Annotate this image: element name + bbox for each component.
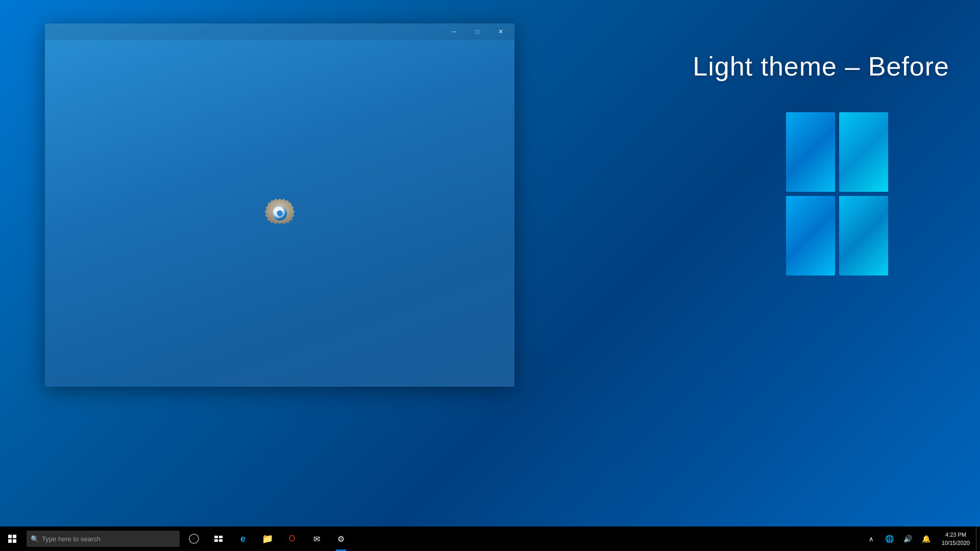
start-button[interactable] <box>0 527 24 551</box>
task-view-icon <box>214 536 223 542</box>
settings-taskbar-icon: ⚙ <box>337 534 345 544</box>
settings-window: ─ □ ✕ <box>45 23 514 387</box>
clock-date: 10/15/2020 <box>942 539 970 547</box>
show-desktop-button[interactable] <box>976 527 980 551</box>
edge-button[interactable]: e <box>231 527 255 551</box>
office-icon: O <box>289 534 295 543</box>
network-icon: 🌐 <box>885 535 894 543</box>
svg-point-2 <box>278 211 281 215</box>
volume-icon-button[interactable]: 🔊 <box>899 527 917 551</box>
windows-start-icon <box>8 535 16 543</box>
taskbar: 🔍 Type here to search ○ <box>0 527 980 551</box>
office-button[interactable]: O <box>280 527 304 551</box>
chevron-up-icon: ∧ <box>869 535 874 543</box>
restore-button[interactable]: □ <box>465 23 489 40</box>
minimize-button[interactable]: ─ <box>442 23 465 40</box>
volume-icon: 🔊 <box>903 535 912 543</box>
show-hidden-icons-button[interactable]: ∧ <box>862 527 880 551</box>
settings-gear-icon <box>261 195 298 232</box>
cortana-button[interactable]: ○ <box>182 527 206 551</box>
win-tile-3 <box>786 196 835 276</box>
close-button[interactable]: ✕ <box>489 23 512 40</box>
search-bar[interactable]: 🔍 Type here to search <box>27 531 180 547</box>
win-tile-1 <box>786 112 835 192</box>
win-tile-4 <box>839 196 888 276</box>
system-tray: ∧ 🌐 🔊 🔔 4:23 PM 10/15/2020 <box>862 527 980 551</box>
mail-icon: ✉ <box>313 534 320 544</box>
settings-taskbar-button[interactable]: ⚙ <box>329 527 353 551</box>
folder-icon: 📁 <box>262 533 273 544</box>
search-placeholder-text: Type here to search <box>42 535 101 543</box>
gear-container <box>261 195 298 232</box>
title-bar: ─ □ ✕ <box>45 23 514 40</box>
task-view-button[interactable] <box>206 527 231 551</box>
cortana-icon: ○ <box>189 534 199 544</box>
edge-icon: e <box>240 534 246 544</box>
file-explorer-button[interactable]: 📁 <box>255 527 280 551</box>
theme-label: Light theme – Before <box>693 51 949 82</box>
window-content <box>45 40 514 387</box>
windows-logo <box>786 112 898 296</box>
network-icon-button[interactable]: 🌐 <box>880 527 899 551</box>
mail-button[interactable]: ✉ <box>304 527 329 551</box>
notifications-icon: 🔔 <box>922 535 930 543</box>
clock-area[interactable]: 4:23 PM 10/15/2020 <box>936 527 976 551</box>
win-tile-2 <box>839 112 888 192</box>
search-icon: 🔍 <box>31 535 39 543</box>
desktop: Light theme – Before ─ □ ✕ <box>0 0 980 551</box>
clock-time: 4:23 PM <box>945 531 966 539</box>
notifications-icon-button[interactable]: 🔔 <box>917 527 936 551</box>
